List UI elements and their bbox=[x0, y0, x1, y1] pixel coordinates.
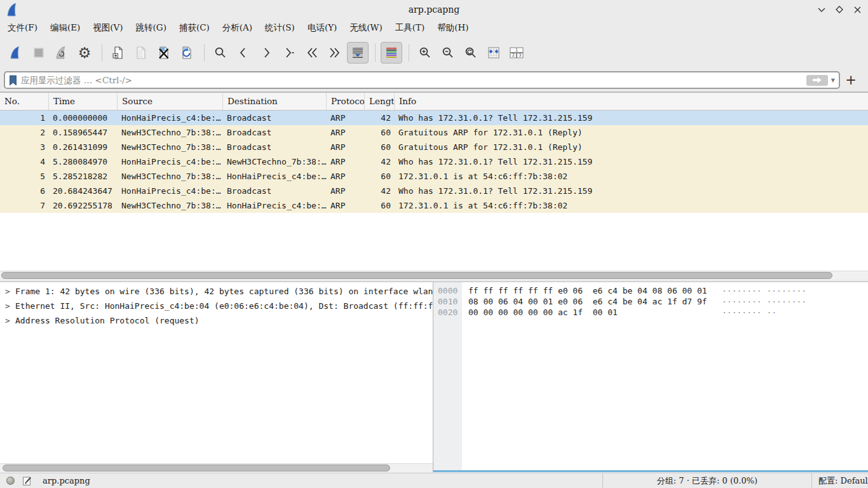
last-packet-button[interactable] bbox=[324, 42, 346, 64]
status-bar: arp.pcapng 分组: 7 · 已丢弃: 0 (0.0%) 配置: Def… bbox=[0, 473, 868, 488]
menu-help[interactable]: 帮助(H) bbox=[437, 22, 468, 34]
detail-hscrollbar[interactable] bbox=[0, 463, 433, 472]
reload-file-button[interactable] bbox=[176, 42, 198, 64]
hex-row[interactable]: 001008 00 06 04 00 01 e0 06 e6 c4 be 04 … bbox=[433, 296, 868, 307]
cell-source: NewH3CTechno_7b:38:… bbox=[118, 169, 223, 184]
column-header-length[interactable]: Length bbox=[365, 93, 395, 110]
close-file-button[interactable] bbox=[153, 42, 175, 64]
hex-row[interactable]: 0000ff ff ff ff ff ff e0 06 e6 c4 be 04 … bbox=[433, 285, 868, 296]
stop-square-icon bbox=[31, 45, 46, 60]
cell-info: Who has 172.31.0.1? Tell 172.31.215.159 bbox=[395, 111, 868, 125]
menu-bar: 文件(F)编辑(E)视图(V)跳转(G)捕获(C)分析(A)统计(S)电话(Y)… bbox=[0, 19, 868, 37]
cell-info: Gratuitous ARP for 172.31.0.1 (Reply) bbox=[395, 140, 868, 154]
expand-chevron-icon[interactable]: > bbox=[5, 299, 15, 313]
zoom-out-button[interactable] bbox=[437, 42, 459, 64]
save-file-icon bbox=[133, 45, 149, 60]
packet-row[interactable]: 30.261431099NewH3CTechno_7b:38:…Broadcas… bbox=[0, 140, 868, 154]
expert-info-icon[interactable] bbox=[6, 477, 15, 485]
svg-text:3: 3 bbox=[519, 53, 521, 58]
cell-info: 172.31.0.1 is at 54:c6:ff:7b:38:02 bbox=[395, 198, 868, 213]
start-capture-button[interactable] bbox=[5, 42, 27, 64]
status-packet-counts: 分组: 7 · 已丢弃: 0 (0.0%) bbox=[602, 473, 812, 488]
menu-statistics[interactable]: 统计(S) bbox=[265, 22, 295, 34]
restart-fin-icon bbox=[54, 45, 69, 60]
packet-row[interactable]: 720.692255178NewH3CTechno_7b:38:…HonHaiP… bbox=[0, 198, 868, 213]
scrollbar-thumb[interactable] bbox=[1, 272, 832, 279]
go-to-packet-button[interactable] bbox=[278, 42, 300, 64]
open-file-button[interactable] bbox=[107, 42, 129, 64]
auto-scroll-button[interactable] bbox=[347, 42, 369, 64]
maximize-icon[interactable] bbox=[834, 4, 845, 15]
packet-row[interactable]: 10.000000000HonHaiPrecis_c4:be:…Broadcas… bbox=[0, 111, 868, 125]
cell-protocol: ARP bbox=[327, 184, 365, 198]
column-header-source[interactable]: Source bbox=[118, 93, 223, 110]
cell-destination: NewH3CTechno_7b:38:… bbox=[223, 154, 327, 169]
hex-row[interactable]: 002000 00 00 00 00 00 ac 1f 00 01·······… bbox=[433, 307, 868, 318]
bookmark-icon[interactable] bbox=[9, 75, 17, 86]
menu-tools[interactable]: 工具(T) bbox=[395, 22, 425, 34]
menu-file[interactable]: 文件(F) bbox=[8, 22, 37, 34]
menu-view[interactable]: 视图(V) bbox=[93, 22, 123, 34]
column-header-time[interactable]: Time bbox=[49, 93, 118, 110]
column-header-no[interactable]: No. bbox=[0, 93, 49, 110]
display-filter-box[interactable]: ▼ bbox=[4, 71, 840, 89]
previous-packet-button[interactable] bbox=[233, 42, 254, 64]
packet-row[interactable]: 55.285218282NewH3CTechno_7b:38:…HonHaiPr… bbox=[0, 169, 868, 184]
first-packet-button[interactable] bbox=[301, 42, 323, 64]
zoom-in-button[interactable] bbox=[414, 42, 436, 64]
column-header-info[interactable]: Info bbox=[395, 93, 868, 110]
hex-ascii: ········ ········ bbox=[722, 285, 806, 296]
scrollbar-thumb[interactable] bbox=[3, 464, 390, 471]
menu-telephony[interactable]: 电话(Y) bbox=[308, 22, 337, 34]
zoom-out-icon bbox=[440, 45, 456, 60]
save-file-button[interactable] bbox=[130, 42, 152, 64]
apply-filter-button[interactable] bbox=[806, 75, 828, 86]
packet-row[interactable]: 45.280084970HonHaiPrecis_c4:be:…NewH3CTe… bbox=[0, 154, 868, 169]
column-header-destination[interactable]: Destination bbox=[223, 93, 327, 110]
packet-row[interactable]: 620.684243647HonHaiPrecis_c4:be:…Broadca… bbox=[0, 184, 868, 198]
add-filter-button[interactable]: + bbox=[843, 71, 859, 89]
cell-protocol: ARP bbox=[327, 125, 365, 140]
detail-tree-item[interactable]: >Frame 1: 42 bytes on wire (336 bits), 4… bbox=[0, 284, 433, 299]
packet-row[interactable]: 20.158965447NewH3CTechno_7b:38:…Broadcas… bbox=[0, 125, 868, 140]
double-chevron-left-icon bbox=[304, 45, 320, 60]
packet-list-hscrollbar[interactable] bbox=[0, 271, 868, 280]
capture-comment-icon[interactable] bbox=[22, 476, 32, 486]
cell-time: 0.158965447 bbox=[49, 125, 118, 140]
close-icon[interactable] bbox=[851, 4, 863, 15]
layout-chooser-button[interactable]: 123 bbox=[506, 42, 527, 64]
cell-length: 60 bbox=[365, 140, 395, 154]
expand-chevron-icon[interactable]: > bbox=[5, 313, 15, 328]
zoom-reset-button[interactable] bbox=[460, 42, 482, 64]
status-profile[interactable]: 配置: Default bbox=[812, 475, 868, 487]
expand-chevron-icon[interactable]: > bbox=[5, 284, 15, 299]
resize-columns-button[interactable] bbox=[483, 42, 505, 64]
find-packet-button[interactable] bbox=[210, 42, 231, 64]
menu-go[interactable]: 跳转(G) bbox=[136, 22, 166, 34]
cell-no: 5 bbox=[0, 169, 49, 184]
menu-capture[interactable]: 捕获(C) bbox=[179, 22, 210, 34]
detail-tree-item[interactable]: >Address Resolution Protocol (request) bbox=[0, 313, 433, 328]
minimize-icon[interactable] bbox=[816, 4, 827, 15]
menu-wireless[interactable]: 无线(W) bbox=[349, 22, 382, 34]
column-header-protocol[interactable]: Protocol bbox=[327, 93, 365, 110]
wireshark-window: arp.pcapng 文件(F)编辑(E)视图(V)跳转(G)捕获(C)分析(A… bbox=[0, 0, 868, 488]
detail-tree-item[interactable]: >Ethernet II, Src: HonHaiPrecis_c4:be:04… bbox=[0, 299, 433, 313]
capture-options-button[interactable]: ⚙ bbox=[74, 42, 95, 64]
restart-capture-button[interactable] bbox=[51, 42, 72, 64]
display-filter-input[interactable] bbox=[21, 75, 806, 85]
hex-bytes: 00 00 00 00 00 00 ac 1f 00 01 bbox=[468, 307, 618, 318]
menu-analyze[interactable]: 分析(A) bbox=[222, 22, 252, 34]
status-filename[interactable]: arp.pcapng bbox=[43, 476, 90, 485]
packet-list-header: No.TimeSourceDestinationProtocolLengthIn… bbox=[0, 93, 868, 111]
detail-text: Frame 1: 42 bytes on wire (336 bits), 42… bbox=[15, 287, 433, 296]
next-packet-button[interactable] bbox=[255, 42, 277, 64]
title-bar: arp.pcapng bbox=[0, 0, 868, 19]
colorize-icon bbox=[384, 46, 398, 60]
menu-edit[interactable]: 编辑(E) bbox=[50, 22, 80, 34]
apply-filter-dropdown-icon[interactable]: ▼ bbox=[831, 78, 835, 83]
colorize-packets-button[interactable] bbox=[381, 42, 402, 64]
stop-capture-button[interactable] bbox=[28, 42, 50, 64]
window-title: arp.pcapng bbox=[0, 0, 868, 19]
packet-detail-pane: >Frame 1: 42 bytes on wire (336 bits), 4… bbox=[0, 282, 433, 472]
